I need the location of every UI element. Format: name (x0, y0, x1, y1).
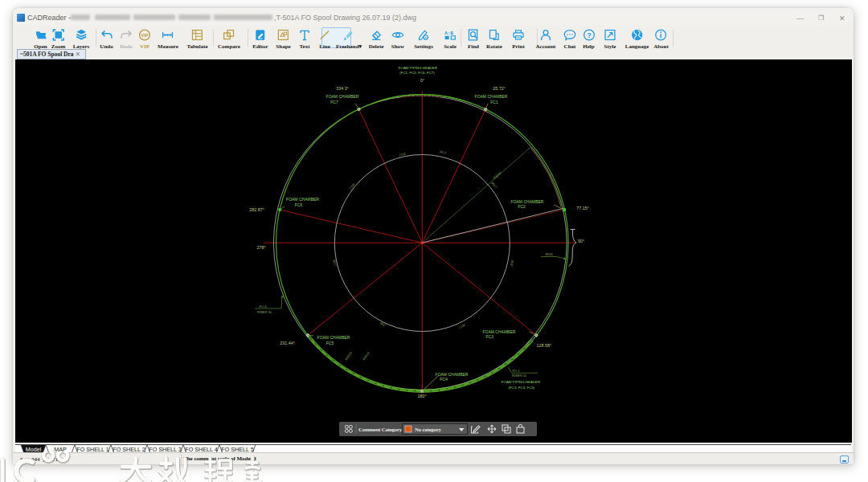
svg-text:334.3°: 334.3° (336, 86, 349, 91)
svg-text:3617: 3617 (509, 259, 514, 268)
svg-text:FC5: FC5 (326, 341, 334, 345)
svg-text:R3050: R3050 (362, 350, 371, 361)
svg-text:RISER 50: RISER 50 (512, 374, 527, 378)
svg-text:3617: 3617 (439, 149, 448, 155)
svg-text:FO-3: FO-3 (259, 304, 267, 308)
svg-text:(FC1, FC2, FC6, FC7): (FC1, FC2, FC6, FC7) (399, 71, 435, 75)
svg-text:Comment Category: Comment Category (358, 427, 403, 432)
svg-text:R3050: R3050 (493, 170, 503, 180)
svg-text:FOAM CHAMBER: FOAM CHAMBER (475, 94, 508, 99)
svg-text:FC4: FC4 (440, 377, 448, 382)
svg-text:A:B: A:B (444, 31, 453, 36)
svg-text:25.72°: 25.72° (493, 86, 506, 91)
svg-text:FOAM CHAMBER: FOAM CHAMBER (317, 335, 350, 340)
svg-text:FC3: FC3 (486, 334, 494, 339)
svg-text:FOAM CHAMBER: FOAM CHAMBER (436, 372, 469, 377)
svg-text:128.58°: 128.58° (536, 343, 551, 348)
svg-text:FOAM CHAMBER: FOAM CHAMBER (286, 197, 319, 202)
svg-text:FO-1: FO-1 (512, 369, 520, 373)
svg-text:90°: 90° (578, 239, 584, 243)
svg-text:2: 2 (194, 31, 195, 34)
svg-text:77.15°: 77.15° (576, 206, 589, 210)
svg-text:282.87°: 282.87° (249, 207, 264, 212)
svg-text:3617: 3617 (398, 152, 407, 157)
svg-text:FOAM PIPING HEADER: FOAM PIPING HEADER (399, 66, 437, 70)
svg-text:231.44°: 231.44° (280, 341, 295, 345)
svg-text:FC2: FC2 (518, 204, 526, 209)
svg-text:3617: 3617 (379, 321, 388, 328)
svg-text:FOAM CHAMBER: FOAM CHAMBER (511, 199, 544, 204)
svg-text:180°: 180° (417, 394, 426, 398)
svg-text:278°: 278° (256, 245, 265, 250)
svg-text:R3050: R3050 (344, 350, 353, 361)
svg-text:FC6: FC6 (295, 202, 303, 207)
svg-text:VIP: VIP (141, 33, 149, 38)
svg-text:3617: 3617 (332, 259, 338, 268)
svg-text:RISER 30: RISER 30 (257, 310, 272, 314)
svg-text:3617: 3617 (490, 181, 498, 190)
svg-text:?: ? (587, 31, 591, 39)
svg-text:FC1: FC1 (490, 100, 498, 104)
svg-text:0°: 0° (420, 78, 424, 83)
svg-text:FC7: FC7 (330, 100, 338, 104)
svg-text:3617: 3617 (348, 182, 356, 191)
svg-text:3617: 3617 (457, 323, 466, 330)
svg-text:(FC3, FC4, FC5): (FC3, FC4, FC5) (509, 386, 535, 390)
svg-text:FOAM CHAMBER: FOAM CHAMBER (326, 94, 359, 99)
svg-text:FOAM PIPING HEADER: FOAM PIPING HEADER (502, 380, 540, 384)
svg-text:No category: No category (415, 427, 442, 432)
svg-text:R926: R926 (545, 252, 553, 256)
